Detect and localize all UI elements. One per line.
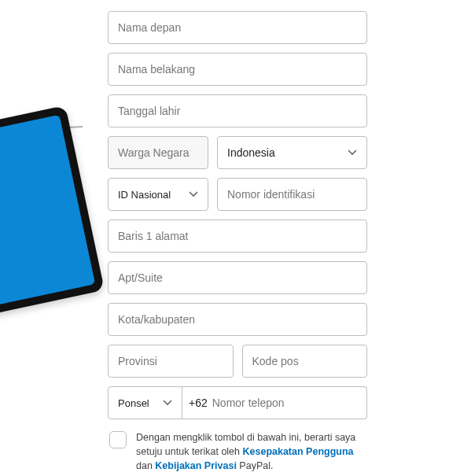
id-number-input[interactable]: [227, 188, 357, 201]
citizen-label: Warga Negara: [118, 146, 190, 159]
id-type-value: ID Nasional: [118, 189, 171, 201]
address1-input[interactable]: [118, 230, 357, 242]
agree-suffix: PayPal.: [237, 460, 274, 471]
province-input[interactable]: [118, 355, 223, 367]
city-field[interactable]: [108, 303, 367, 336]
id-type-select[interactable]: ID Nasional: [108, 178, 208, 211]
signup-form: Warga Negara Indonesia ID Nasional: [108, 11, 367, 476]
postal-field[interactable]: [242, 345, 368, 378]
agree-text: Dengan mengklik tombol di bawah ini, ber…: [136, 430, 366, 473]
tablet-illustration: [0, 105, 105, 319]
province-field[interactable]: [108, 345, 234, 378]
first-name-input[interactable]: [118, 21, 357, 34]
citizen-label-box: Warga Negara: [108, 136, 208, 169]
postal-input[interactable]: [252, 355, 358, 367]
apt-field[interactable]: [108, 261, 367, 294]
apt-input[interactable]: [118, 271, 357, 284]
country-value: Indonesia: [227, 146, 275, 159]
country-select[interactable]: Indonesia: [217, 136, 367, 169]
country-code: +62: [189, 397, 208, 409]
phone-type-select[interactable]: Ponsel: [108, 386, 182, 419]
chevron-down-icon: [189, 191, 198, 197]
agree-checkbox[interactable]: [109, 431, 127, 448]
city-input[interactable]: [118, 313, 357, 326]
last-name-field[interactable]: [108, 53, 367, 86]
phone-field[interactable]: +62: [182, 386, 367, 419]
id-number-field[interactable]: [217, 178, 367, 211]
first-name-field[interactable]: [108, 11, 367, 44]
phone-input[interactable]: [212, 397, 357, 409]
address1-field[interactable]: [108, 220, 367, 253]
last-name-input[interactable]: [118, 63, 357, 76]
chevron-down-icon: [348, 149, 357, 156]
user-agreement-link[interactable]: Kesepakatan Pengguna: [243, 446, 354, 457]
agree-mid: dan: [136, 460, 155, 471]
chevron-down-icon: [163, 400, 172, 406]
dob-field[interactable]: [108, 94, 367, 127]
privacy-policy-link[interactable]: Kebijakan Privasi: [155, 460, 237, 471]
phone-type-value: Ponsel: [118, 397, 149, 409]
dob-input[interactable]: [118, 105, 357, 117]
